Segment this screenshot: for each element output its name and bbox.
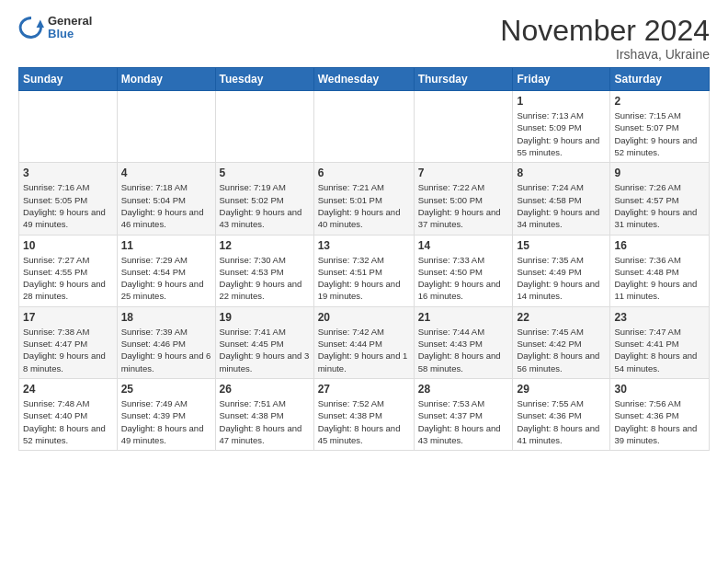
calendar-cell: 10Sunrise: 7:27 AM Sunset: 4:55 PM Dayli… [19,235,118,306]
day-number: 24 [23,383,113,396]
day-info: Sunrise: 7:30 AM Sunset: 4:53 PM Dayligh… [220,254,310,303]
calendar-cell: 26Sunrise: 7:51 AM Sunset: 4:38 PM Dayli… [215,378,313,450]
logo: General Blue [18,15,92,41]
day-info: Sunrise: 7:56 AM Sunset: 4:36 PM Dayligh… [614,397,705,446]
day-info: Sunrise: 7:45 AM Sunset: 4:42 PM Dayligh… [517,326,606,374]
calendar-cell: 28Sunrise: 7:53 AM Sunset: 4:37 PM Dayli… [414,378,513,450]
logo-text: General Blue [48,15,92,41]
day-info: Sunrise: 7:55 AM Sunset: 4:36 PM Dayligh… [517,397,606,446]
calendar-week-2: 3Sunrise: 7:16 AM Sunset: 5:05 PM Daylig… [19,163,710,235]
calendar-week-5: 24Sunrise: 7:48 AM Sunset: 4:40 PM Dayli… [19,378,710,450]
calendar-cell [215,91,313,163]
calendar-week-3: 10Sunrise: 7:27 AM Sunset: 4:55 PM Dayli… [19,235,710,306]
calendar-week-4: 17Sunrise: 7:38 AM Sunset: 4:47 PM Dayli… [19,306,710,378]
subtitle: Irshava, Ukraine [500,47,710,62]
calendar-cell: 30Sunrise: 7:56 AM Sunset: 4:36 PM Dayli… [610,378,710,450]
day-number: 13 [318,239,410,252]
day-number: 7 [418,167,509,179]
calendar-cell [19,91,118,163]
day-number: 11 [121,239,211,252]
day-number: 25 [121,383,211,396]
header-thursday: Thursday [414,68,513,91]
calendar-cell: 14Sunrise: 7:33 AM Sunset: 4:50 PM Dayli… [414,235,513,306]
calendar-cell [414,91,513,163]
header-sunday: Sunday [19,68,118,91]
day-number: 3 [23,167,113,179]
calendar-cell: 6Sunrise: 7:21 AM Sunset: 5:01 PM Daylig… [313,163,414,235]
day-number: 27 [318,383,410,396]
day-info: Sunrise: 7:32 AM Sunset: 4:51 PM Dayligh… [318,254,410,303]
day-info: Sunrise: 7:44 AM Sunset: 4:43 PM Dayligh… [418,326,509,374]
header-tuesday: Tuesday [215,68,313,91]
calendar-cell: 25Sunrise: 7:49 AM Sunset: 4:39 PM Dayli… [117,378,215,450]
calendar-cell: 17Sunrise: 7:38 AM Sunset: 4:47 PM Dayli… [19,306,118,378]
header-saturday: Saturday [610,68,710,91]
day-number: 21 [418,311,509,324]
day-info: Sunrise: 7:38 AM Sunset: 4:47 PM Dayligh… [23,326,113,374]
day-info: Sunrise: 7:36 AM Sunset: 4:48 PM Dayligh… [614,254,705,303]
logo-blue-text: Blue [48,28,92,40]
calendar-cell: 22Sunrise: 7:45 AM Sunset: 4:42 PM Dayli… [513,306,610,378]
logo-general-text: General [48,15,92,28]
day-number: 5 [220,167,310,179]
day-info: Sunrise: 7:27 AM Sunset: 4:55 PM Dayligh… [23,254,113,303]
day-number: 26 [220,383,310,396]
day-number: 17 [23,311,113,324]
day-number: 22 [517,311,606,324]
calendar-cell: 23Sunrise: 7:47 AM Sunset: 4:41 PM Dayli… [610,306,710,378]
day-info: Sunrise: 7:33 AM Sunset: 4:50 PM Dayligh… [418,254,509,303]
day-number: 12 [220,239,310,252]
calendar-cell: 13Sunrise: 7:32 AM Sunset: 4:51 PM Dayli… [313,235,414,306]
calendar-cell: 11Sunrise: 7:29 AM Sunset: 4:54 PM Dayli… [117,235,215,306]
day-info: Sunrise: 7:53 AM Sunset: 4:37 PM Dayligh… [418,397,509,446]
day-number: 10 [23,239,113,252]
header-wednesday: Wednesday [313,68,414,91]
calendar-cell: 2Sunrise: 7:15 AM Sunset: 5:07 PM Daylig… [610,91,710,163]
calendar-cell [313,91,414,163]
day-number: 23 [614,311,705,324]
calendar-cell: 16Sunrise: 7:36 AM Sunset: 4:48 PM Dayli… [610,235,710,306]
day-info: Sunrise: 7:18 AM Sunset: 5:04 PM Dayligh… [121,181,211,230]
day-number: 20 [318,311,410,324]
day-number: 29 [517,383,606,396]
calendar-cell: 12Sunrise: 7:30 AM Sunset: 4:53 PM Dayli… [215,235,313,306]
day-number: 18 [121,311,211,324]
calendar-cell: 5Sunrise: 7:19 AM Sunset: 5:02 PM Daylig… [215,163,313,235]
header-monday: Monday [117,68,215,91]
calendar-cell: 7Sunrise: 7:22 AM Sunset: 5:00 PM Daylig… [414,163,513,235]
calendar-cell: 8Sunrise: 7:24 AM Sunset: 4:58 PM Daylig… [513,163,610,235]
day-info: Sunrise: 7:26 AM Sunset: 4:57 PM Dayligh… [614,181,705,230]
day-number: 6 [318,167,410,179]
header: General Blue November 2024 Irshava, Ukra… [18,15,710,62]
svg-marker-0 [37,20,44,28]
day-info: Sunrise: 7:48 AM Sunset: 4:40 PM Dayligh… [23,397,113,446]
day-number: 9 [614,167,705,179]
day-number: 4 [121,167,211,179]
month-title: November 2024 [500,15,710,47]
calendar-cell: 19Sunrise: 7:41 AM Sunset: 4:45 PM Dayli… [215,306,313,378]
day-info: Sunrise: 7:16 AM Sunset: 5:05 PM Dayligh… [23,181,113,230]
calendar-cell: 15Sunrise: 7:35 AM Sunset: 4:49 PM Dayli… [513,235,610,306]
calendar-cell: 4Sunrise: 7:18 AM Sunset: 5:04 PM Daylig… [117,163,215,235]
calendar-cell: 18Sunrise: 7:39 AM Sunset: 4:46 PM Dayli… [117,306,215,378]
day-info: Sunrise: 7:19 AM Sunset: 5:02 PM Dayligh… [220,181,310,230]
calendar-cell: 9Sunrise: 7:26 AM Sunset: 4:57 PM Daylig… [610,163,710,235]
calendar-cell: 24Sunrise: 7:48 AM Sunset: 4:40 PM Dayli… [19,378,118,450]
day-info: Sunrise: 7:13 AM Sunset: 5:09 PM Dayligh… [517,109,606,158]
calendar-cell: 21Sunrise: 7:44 AM Sunset: 4:43 PM Dayli… [414,306,513,378]
header-friday: Friday [513,68,610,91]
calendar-cell: 27Sunrise: 7:52 AM Sunset: 4:38 PM Dayli… [313,378,414,450]
day-number: 28 [418,383,509,396]
day-info: Sunrise: 7:49 AM Sunset: 4:39 PM Dayligh… [121,397,211,446]
day-number: 30 [614,383,705,396]
day-info: Sunrise: 7:39 AM Sunset: 4:46 PM Dayligh… [121,326,211,374]
logo-icon [18,15,44,40]
day-info: Sunrise: 7:42 AM Sunset: 4:44 PM Dayligh… [318,326,410,374]
day-info: Sunrise: 7:51 AM Sunset: 4:38 PM Dayligh… [220,397,310,446]
day-number: 14 [418,239,509,252]
title-section: November 2024 Irshava, Ukraine [500,15,710,62]
day-info: Sunrise: 7:21 AM Sunset: 5:01 PM Dayligh… [318,181,410,230]
calendar-cell: 20Sunrise: 7:42 AM Sunset: 4:44 PM Dayli… [313,306,414,378]
calendar-cell: 3Sunrise: 7:16 AM Sunset: 5:05 PM Daylig… [19,163,118,235]
day-info: Sunrise: 7:52 AM Sunset: 4:38 PM Dayligh… [318,397,410,446]
